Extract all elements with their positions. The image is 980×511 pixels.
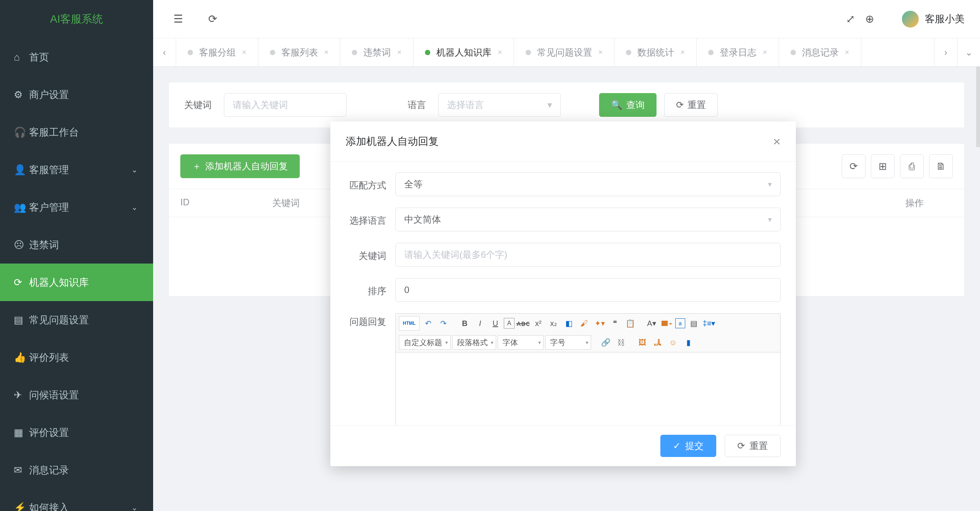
check-icon: ✓: [673, 441, 681, 451]
editor-content[interactable]: [396, 352, 780, 425]
unlink-button[interactable]: ⛓: [614, 336, 628, 349]
chevron-down-icon: ▾: [768, 180, 772, 189]
close-icon[interactable]: ×: [773, 135, 781, 148]
italic-button[interactable]: I: [473, 316, 487, 330]
chevron-down-icon: ▾: [768, 215, 772, 224]
strike-button[interactable]: ᴀʙᴄ: [516, 316, 530, 330]
modal-language-label: 选择语言: [346, 212, 395, 227]
font-size-select[interactable]: 字号▾: [545, 335, 591, 350]
reply-label: 问题回复: [346, 313, 395, 328]
custom-heading-select[interactable]: 自定义标题▾: [399, 335, 451, 350]
modal-reset-button[interactable]: ⟳ 重置: [725, 435, 781, 457]
bold-button[interactable]: B: [458, 316, 472, 330]
modal-keyword-label: 关键词: [346, 247, 395, 262]
match-mode-value: 全等: [404, 178, 423, 190]
submit-button[interactable]: ✓ 提交: [660, 435, 716, 457]
paste-button[interactable]: 📋: [623, 316, 637, 330]
font-color-button[interactable]: A▾: [645, 316, 658, 330]
submit-label: 提交: [685, 440, 704, 452]
format-painter-button[interactable]: 🖌: [577, 316, 591, 330]
superscript-button[interactable]: x²: [531, 316, 545, 330]
clear-format-button[interactable]: ✦▾: [593, 316, 606, 330]
eraser-button[interactable]: ◧: [562, 316, 576, 330]
modal-keyword-input[interactable]: [395, 243, 781, 267]
modal-title: 添加机器人自动回复: [346, 134, 773, 148]
add-auto-reply-modal: 添加机器人自动回复 × 匹配方式 全等 ▾ 选择语言 中文简体 ▾ 关键词: [330, 121, 796, 466]
paragraph-format-select[interactable]: 段落格式▾: [452, 335, 496, 350]
sort-label: 排序: [346, 283, 395, 297]
rich-text-editor: HTML ↶ ↷ B I U A ᴀʙᴄ x² x₂ ◧ 🖌 ✦▾: [395, 313, 781, 425]
video-button[interactable]: ▮: [681, 336, 695, 349]
modal-language-value: 中文简体: [404, 213, 441, 226]
refresh-icon: ⟳: [737, 441, 745, 451]
match-mode-label: 匹配方式: [346, 177, 395, 192]
font-family-select[interactable]: 字体▾: [498, 335, 544, 350]
image-button[interactable]: 🖼: [635, 336, 649, 349]
bg-color-button[interactable]: ⯀▾: [660, 316, 674, 330]
html-source-button[interactable]: HTML: [402, 316, 416, 330]
modal-language-select[interactable]: 中文简体 ▾: [395, 208, 781, 231]
underline-button[interactable]: U: [488, 316, 502, 330]
editor-toolbar: HTML ↶ ↷ B I U A ᴀʙᴄ x² x₂ ◧ 🖌 ✦▾: [396, 314, 780, 352]
modal-reset-label: 重置: [750, 440, 768, 452]
forecolor-button[interactable]: A: [504, 318, 514, 329]
case-button[interactable]: a: [675, 318, 685, 328]
indent-button[interactable]: ▤: [687, 316, 701, 330]
sort-input[interactable]: [395, 278, 781, 302]
emoji-button[interactable]: ☺: [666, 336, 680, 349]
undo-button[interactable]: ↶: [421, 316, 435, 330]
blockquote-button[interactable]: ❝: [608, 316, 622, 330]
redo-button[interactable]: ↷: [436, 316, 450, 330]
line-height-button[interactable]: ‡≡▾: [702, 316, 716, 330]
image-upload-button[interactable]: 🏞: [651, 336, 665, 349]
match-mode-select[interactable]: 全等 ▾: [395, 172, 781, 196]
subscript-button[interactable]: x₂: [547, 316, 560, 330]
link-button[interactable]: 🔗: [599, 336, 612, 349]
